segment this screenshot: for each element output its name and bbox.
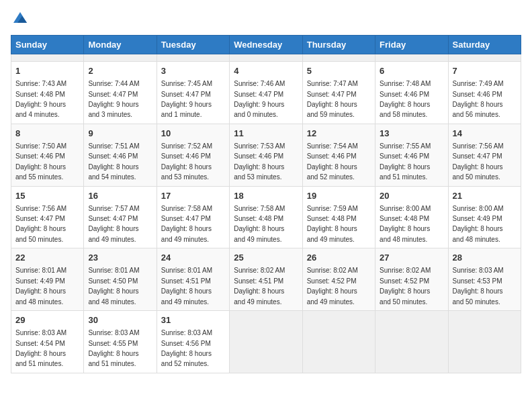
day-cell [157, 54, 229, 62]
day-info: Sunrise: 7:56 AM Sunset: 4:47 PM Dayligh… [453, 142, 504, 181]
day-number: 2 [88, 65, 152, 77]
week-row-3: 15Sunrise: 7:56 AM Sunset: 4:47 PM Dayli… [11, 186, 521, 248]
col-header-monday: Monday [84, 36, 157, 54]
week-row-1: 1Sunrise: 7:43 AM Sunset: 4:48 PM Daylig… [11, 62, 521, 124]
day-number: 16 [88, 190, 152, 202]
day-info: Sunrise: 8:02 AM Sunset: 4:51 PM Dayligh… [234, 267, 285, 305]
day-number: 5 [307, 65, 371, 77]
day-info: Sunrise: 7:49 AM Sunset: 4:46 PM Dayligh… [453, 80, 504, 118]
day-cell: 21Sunrise: 8:00 AM Sunset: 4:49 PM Dayli… [448, 186, 521, 248]
day-number: 26 [307, 252, 371, 264]
day-cell: 24Sunrise: 8:01 AM Sunset: 4:51 PM Dayli… [157, 248, 229, 311]
day-info: Sunrise: 7:58 AM Sunset: 4:48 PM Dayligh… [234, 205, 285, 243]
day-number: 18 [234, 190, 298, 202]
day-number: 20 [380, 190, 443, 202]
day-cell [375, 311, 448, 373]
day-info: Sunrise: 7:56 AM Sunset: 4:47 PM Dayligh… [15, 205, 66, 243]
day-cell: 19Sunrise: 7:59 AM Sunset: 4:48 PM Dayli… [302, 186, 375, 248]
day-info: Sunrise: 7:47 AM Sunset: 4:47 PM Dayligh… [307, 80, 358, 118]
day-info: Sunrise: 8:00 AM Sunset: 4:49 PM Dayligh… [453, 205, 504, 243]
day-info: Sunrise: 8:01 AM Sunset: 4:49 PM Dayligh… [15, 267, 66, 305]
day-number: 7 [453, 65, 517, 77]
day-cell: 20Sunrise: 8:00 AM Sunset: 4:48 PM Dayli… [375, 186, 448, 248]
day-info: Sunrise: 7:55 AM Sunset: 4:46 PM Dayligh… [380, 142, 431, 181]
col-header-saturday: Saturday [448, 36, 521, 54]
day-info: Sunrise: 7:43 AM Sunset: 4:48 PM Dayligh… [15, 80, 66, 118]
day-cell: 29Sunrise: 8:03 AM Sunset: 4:54 PM Dayli… [11, 311, 84, 373]
day-cell: 6Sunrise: 7:48 AM Sunset: 4:46 PM Daylig… [375, 62, 448, 124]
day-number: 24 [161, 252, 225, 264]
day-info: Sunrise: 8:03 AM Sunset: 4:56 PM Dayligh… [161, 329, 212, 367]
header [11, 11, 521, 27]
day-cell: 7Sunrise: 7:49 AM Sunset: 4:46 PM Daylig… [448, 62, 521, 124]
day-cell: 8Sunrise: 7:50 AM Sunset: 4:46 PM Daylig… [11, 124, 84, 186]
day-cell [302, 54, 375, 62]
day-info: Sunrise: 7:53 AM Sunset: 4:46 PM Dayligh… [234, 142, 285, 181]
day-cell [230, 54, 302, 62]
col-header-wednesday: Wednesday [230, 36, 302, 54]
day-cell: 23Sunrise: 8:01 AM Sunset: 4:50 PM Dayli… [84, 248, 157, 311]
day-cell: 18Sunrise: 7:58 AM Sunset: 4:48 PM Dayli… [230, 186, 302, 248]
day-number: 1 [15, 65, 79, 77]
day-info: Sunrise: 7:44 AM Sunset: 4:47 PM Dayligh… [88, 80, 139, 118]
logo-icon [12, 11, 28, 27]
week-row-2: 8Sunrise: 7:50 AM Sunset: 4:46 PM Daylig… [11, 124, 521, 186]
day-cell: 22Sunrise: 8:01 AM Sunset: 4:49 PM Dayli… [11, 248, 84, 311]
day-number: 13 [380, 128, 443, 140]
day-cell: 9Sunrise: 7:51 AM Sunset: 4:46 PM Daylig… [84, 124, 157, 186]
day-number: 30 [88, 314, 152, 326]
day-info: Sunrise: 8:03 AM Sunset: 4:53 PM Dayligh… [453, 267, 504, 305]
day-info: Sunrise: 7:50 AM Sunset: 4:46 PM Dayligh… [15, 142, 66, 181]
day-number: 6 [380, 65, 443, 77]
day-cell [375, 54, 448, 62]
day-cell: 11Sunrise: 7:53 AM Sunset: 4:46 PM Dayli… [230, 124, 302, 186]
day-cell: 30Sunrise: 8:03 AM Sunset: 4:55 PM Dayli… [84, 311, 157, 373]
day-cell [448, 54, 521, 62]
col-header-thursday: Thursday [302, 36, 375, 54]
day-cell: 25Sunrise: 8:02 AM Sunset: 4:51 PM Dayli… [230, 248, 302, 311]
day-cell: 17Sunrise: 7:58 AM Sunset: 4:47 PM Dayli… [157, 186, 229, 248]
day-cell: 16Sunrise: 7:57 AM Sunset: 4:47 PM Dayli… [84, 186, 157, 248]
day-cell: 15Sunrise: 7:56 AM Sunset: 4:47 PM Dayli… [11, 186, 84, 248]
day-info: Sunrise: 8:03 AM Sunset: 4:55 PM Dayligh… [88, 329, 139, 367]
day-info: Sunrise: 7:45 AM Sunset: 4:47 PM Dayligh… [161, 80, 212, 118]
day-cell: 27Sunrise: 8:02 AM Sunset: 4:52 PM Dayli… [375, 248, 448, 311]
day-cell [302, 311, 375, 373]
day-info: Sunrise: 7:52 AM Sunset: 4:46 PM Dayligh… [161, 142, 212, 181]
day-number: 23 [88, 252, 152, 264]
day-info: Sunrise: 8:02 AM Sunset: 4:52 PM Dayligh… [307, 267, 358, 305]
day-number: 14 [453, 128, 517, 140]
day-cell [448, 311, 521, 373]
col-header-sunday: Sunday [11, 36, 84, 54]
day-info: Sunrise: 7:48 AM Sunset: 4:46 PM Dayligh… [380, 80, 431, 118]
day-cell [11, 54, 84, 62]
day-number: 29 [15, 314, 79, 326]
col-header-tuesday: Tuesday [157, 36, 229, 54]
day-cell: 3Sunrise: 7:45 AM Sunset: 4:47 PM Daylig… [157, 62, 229, 124]
logo [11, 11, 28, 27]
day-number: 8 [15, 128, 79, 140]
day-info: Sunrise: 7:59 AM Sunset: 4:48 PM Dayligh… [307, 205, 358, 243]
day-number: 4 [234, 65, 298, 77]
day-cell: 31Sunrise: 8:03 AM Sunset: 4:56 PM Dayli… [157, 311, 229, 373]
day-cell: 14Sunrise: 7:56 AM Sunset: 4:47 PM Dayli… [448, 124, 521, 186]
day-number: 3 [161, 65, 225, 77]
day-info: Sunrise: 8:02 AM Sunset: 4:52 PM Dayligh… [380, 267, 431, 305]
day-number: 10 [161, 128, 225, 140]
day-cell [84, 54, 157, 62]
week-row-0 [11, 54, 521, 62]
day-info: Sunrise: 8:03 AM Sunset: 4:54 PM Dayligh… [15, 329, 66, 367]
day-info: Sunrise: 7:54 AM Sunset: 4:46 PM Dayligh… [307, 142, 358, 181]
day-number: 21 [453, 190, 517, 202]
day-info: Sunrise: 7:57 AM Sunset: 4:47 PM Dayligh… [88, 205, 139, 243]
day-number: 27 [380, 252, 443, 264]
calendar-table: SundayMondayTuesdayWednesdayThursdayFrid… [11, 35, 521, 373]
day-cell: 2Sunrise: 7:44 AM Sunset: 4:47 PM Daylig… [84, 62, 157, 124]
day-number: 31 [161, 314, 225, 326]
day-cell: 28Sunrise: 8:03 AM Sunset: 4:53 PM Dayli… [448, 248, 521, 311]
day-number: 15 [15, 190, 79, 202]
day-info: Sunrise: 8:01 AM Sunset: 4:50 PM Dayligh… [88, 267, 139, 305]
day-number: 11 [234, 128, 298, 140]
day-info: Sunrise: 8:00 AM Sunset: 4:48 PM Dayligh… [380, 205, 431, 243]
day-cell: 10Sunrise: 7:52 AM Sunset: 4:46 PM Dayli… [157, 124, 229, 186]
